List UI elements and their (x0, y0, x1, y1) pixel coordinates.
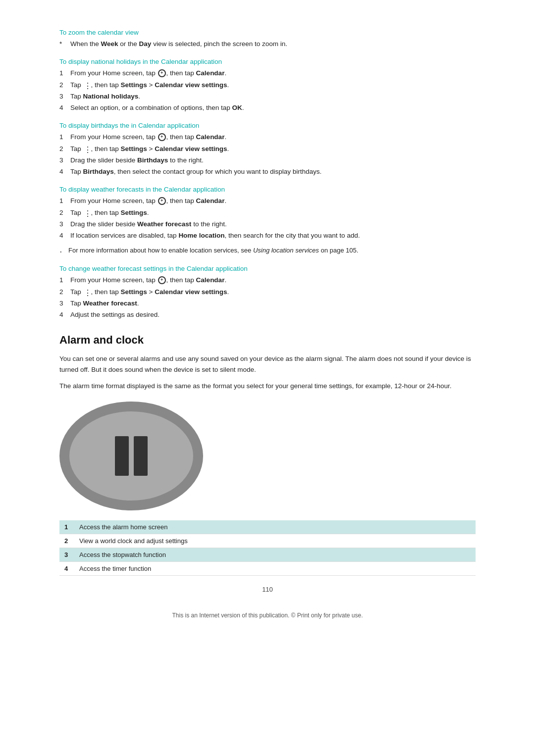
steps-change-weather: 1From your Home screen, tap , then tap C… (59, 275, 476, 320)
step-num: 2 (59, 208, 70, 218)
step-num: 2 (59, 287, 70, 297)
step-item: 4If location services are disabled, tap … (59, 231, 476, 241)
note-location-services: · For more information about how to enab… (59, 246, 476, 256)
step-text: Tap Weather forecast. (70, 299, 476, 308)
legend-row-1: 1 Access the alarm home screen (59, 520, 476, 534)
clock-image-container (59, 402, 476, 510)
app-icon (158, 69, 166, 77)
step-item: 4Tap Birthdays, then select the contact … (59, 167, 476, 177)
menu-icon (84, 289, 91, 295)
step-item: 4Select an option, or a combination of o… (59, 103, 476, 113)
step-num: 1 (59, 196, 70, 206)
legend-num-4: 4 (59, 562, 74, 576)
page-content: To zoom the calendar view * When the Wee… (0, 0, 535, 649)
heading-weather-forecasts: To display weather forecasts in the Cale… (59, 186, 476, 193)
step-num: 4 (59, 167, 70, 177)
step-text: Tap , then tap Settings > Calendar view … (70, 144, 476, 154)
step-num: 3 (59, 92, 70, 101)
legend-text-2: View a world clock and adjust settings (74, 534, 476, 548)
legend-text-1: Access the alarm home screen (74, 520, 476, 534)
bullet-text-1: When the Week or the Day view is selecte… (70, 39, 476, 49)
step-text: Tap Birthdays, then select the contact g… (70, 167, 476, 177)
legend-text-3: Access the stopwatch function (74, 548, 476, 562)
app-icon (158, 133, 166, 141)
bullet-item-1: * When the Week or the Day view is selec… (59, 39, 476, 49)
step-text: Tap , then tap Settings > Calendar view … (70, 80, 476, 90)
clock-bars (115, 436, 148, 476)
app-icon (158, 197, 166, 205)
step-item: 2Tap , then tap Settings > Calendar view… (59, 80, 476, 90)
step-num: 3 (59, 299, 70, 308)
legend-num-3: 3 (59, 548, 74, 562)
page-number: 110 (59, 586, 476, 593)
legend-text-4: Access the timer function (74, 562, 476, 576)
step-num: 2 (59, 80, 70, 90)
step-text: From your Home screen, tap , then tap Ca… (70, 132, 476, 142)
step-item: 3Tap Weather forecast. (59, 299, 476, 308)
step-text: From your Home screen, tap , then tap Ca… (70, 68, 476, 78)
note-text: For more information about how to enable… (68, 246, 476, 255)
heading-change-weather: To change weather forecast settings in t… (59, 265, 476, 272)
menu-icon (84, 82, 91, 88)
step-num: 4 (59, 103, 70, 113)
clock-bar-right (134, 436, 148, 476)
step-item: 3Drag the slider beside Weather forecast… (59, 219, 476, 229)
step-num: 4 (59, 231, 70, 241)
step-item: 3Drag the slider beside Birthdays to the… (59, 155, 476, 165)
page-footer: This is an Internet version of this publ… (59, 608, 476, 619)
step-text: Tap , then tap Settings > Calendar view … (70, 287, 476, 297)
heading-national-holidays: To display national holidays in the Cale… (59, 58, 476, 65)
step-text: If location services are disabled, tap H… (70, 231, 476, 241)
alarm-clock-heading: Alarm and clock (59, 334, 476, 347)
bullet-list-zoom: * When the Week or the Day view is selec… (59, 39, 476, 49)
step-num: 3 (59, 155, 70, 165)
section-national-holidays: To display national holidays in the Cale… (59, 58, 476, 113)
step-text: Tap National holidays. (70, 92, 476, 101)
step-text: Tap , then tap Settings. (70, 208, 476, 218)
clock-image (59, 402, 203, 510)
clock-bar-left (115, 436, 129, 476)
legend-num-2: 2 (59, 534, 74, 548)
legend-num-1: 1 (59, 520, 74, 534)
step-num: 3 (59, 219, 70, 229)
step-text: Drag the slider beside Weather forecast … (70, 219, 476, 229)
step-text: Adjust the settings as desired. (70, 310, 476, 320)
section-weather-forecasts: To display weather forecasts in the Cale… (59, 186, 476, 256)
step-item: 2Tap , then tap Settings > Calendar view… (59, 287, 476, 297)
step-item: 1From your Home screen, tap , then tap C… (59, 132, 476, 142)
step-num: 4 (59, 310, 70, 320)
steps-birthdays: 1From your Home screen, tap , then tap C… (59, 132, 476, 177)
step-text: Drag the slider beside Birthdays to the … (70, 155, 476, 165)
clock-inner (69, 411, 193, 501)
steps-weather-forecasts: 1From your Home screen, tap , then tap C… (59, 196, 476, 241)
step-item: 4Adjust the settings as desired. (59, 310, 476, 320)
section-birthdays: To display birthdays the in Calendar app… (59, 122, 476, 177)
section-change-weather: To change weather forecast settings in t… (59, 265, 476, 320)
legend-table: 1 Access the alarm home screen 2 View a … (59, 520, 476, 576)
step-text: Select an option, or a combination of op… (70, 103, 476, 113)
steps-national-holidays: 1From your Home screen, tap , then tap C… (59, 68, 476, 113)
bullet-symbol: * (59, 39, 70, 49)
step-item: 3Tap National holidays. (59, 92, 476, 101)
step-num: 1 (59, 132, 70, 142)
heading-birthdays: To display birthdays the in Calendar app… (59, 122, 476, 129)
legend-row-4: 4 Access the timer function (59, 562, 476, 576)
legend-row-2: 2 View a world clock and adjust settings (59, 534, 476, 548)
step-item: 1From your Home screen, tap , then tap C… (59, 68, 476, 78)
step-text: From your Home screen, tap , then tap Ca… (70, 196, 476, 206)
step-item: 2Tap , then tap Settings > Calendar view… (59, 144, 476, 154)
alarm-para-2: The alarm time format displayed is the s… (59, 381, 476, 392)
step-num: 1 (59, 275, 70, 285)
heading-zoom-calendar: To zoom the calendar view (59, 29, 476, 36)
step-num: 2 (59, 144, 70, 154)
app-icon (158, 276, 166, 284)
step-num: 1 (59, 68, 70, 78)
section-alarm-clock: Alarm and clock You can set one or sever… (59, 334, 476, 576)
alarm-para-1: You can set one or several alarms and us… (59, 353, 476, 375)
step-text: From your Home screen, tap , then tap Ca… (70, 275, 476, 285)
menu-icon (84, 209, 91, 215)
section-zoom-calendar: To zoom the calendar view * When the Wee… (59, 29, 476, 49)
note-dot: · (59, 246, 68, 256)
step-item: 1From your Home screen, tap , then tap C… (59, 275, 476, 285)
legend-row-3: 3 Access the stopwatch function (59, 548, 476, 562)
